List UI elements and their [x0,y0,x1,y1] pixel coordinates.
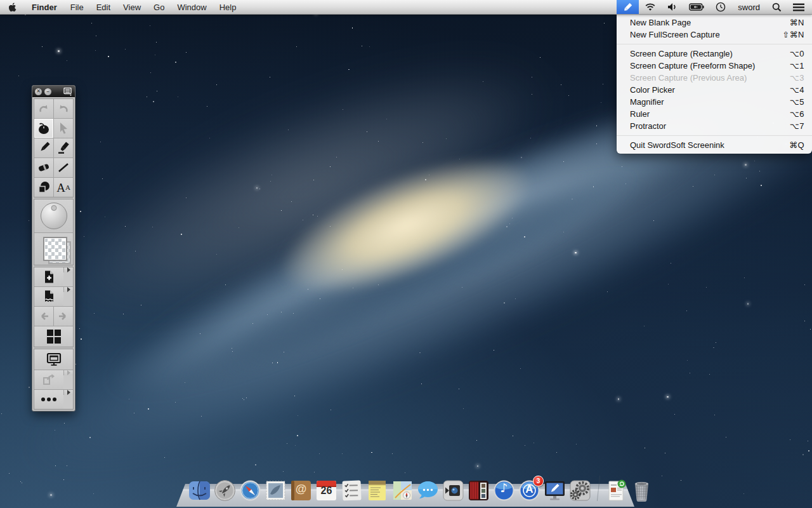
dock-safari[interactable] [239,479,262,502]
back-page-button[interactable] [34,307,53,326]
trash-icon [630,479,653,502]
dock-contacts[interactable]: @ [289,479,313,502]
menu-item-new-fullscreen-capture[interactable]: New FullScreen Capture ⇧⌘N [617,29,812,41]
dock-finder[interactable] [188,479,211,502]
dock-notes[interactable] [365,479,389,502]
dock-separator [594,474,603,502]
menu-item-protractor[interactable]: Protractor ⌥7 [617,120,812,132]
clock-status-item[interactable] [710,0,731,14]
new-page-button[interactable] [34,267,63,286]
dock-maps[interactable] [391,479,414,502]
new-page-flyout[interactable] [63,267,73,272]
volume-icon [667,3,678,11]
palette-titlebar[interactable]: ✕ – [32,86,75,97]
screenink-dropdown-menu: New Blank Page ⌘N New FullScreen Capture… [617,14,812,154]
undo-icon [37,104,50,114]
menu-item-color-picker[interactable]: Color Picker ⌥4 [617,84,812,96]
menubar-help[interactable]: Help [213,0,243,14]
more-tools-button[interactable] [34,390,63,409]
menubar-app-finder[interactable]: Finder [25,0,64,14]
menu-separator [617,135,812,136]
dock-trash[interactable] [630,479,653,502]
forward-page-button[interactable] [53,307,73,326]
dock-itunes[interactable]: ♪ [492,479,516,502]
menu-item-ruler[interactable]: Ruler ⌥6 [617,108,812,120]
palette-screen-group [34,349,74,410]
volume-status-item[interactable] [662,0,683,14]
share-button[interactable] [34,370,63,389]
messages-icon [416,479,440,502]
screenink-status-item[interactable] [617,0,639,14]
dock-mail[interactable] [264,479,287,502]
text-tool-button[interactable]: AA [53,178,73,197]
flyout-triangle-icon [67,267,70,272]
more-tools-flyout[interactable] [63,390,73,395]
flyout-triangle-icon [67,390,70,395]
user-menu[interactable]: sword [731,0,766,14]
pattern-swatch-cell[interactable] [34,232,73,265]
screen-mode-button[interactable] [34,349,73,370]
battery-status-item[interactable] [683,0,710,14]
flyout-triangle-icon [67,370,70,375]
eraser-tool-button[interactable] [34,158,53,177]
redo-icon [57,104,70,114]
dock-photo-booth[interactable] [467,479,490,502]
mouse-tool-button[interactable] [34,119,53,138]
battery-icon [689,3,704,11]
share-icon [42,373,56,386]
share-flyout [63,370,73,375]
marker-tool-button[interactable] [53,138,73,157]
line-tool-button[interactable] [53,158,73,177]
undo-button[interactable] [34,99,53,118]
menubar-go[interactable]: Go [147,0,171,14]
notes-icon [365,479,389,502]
menu-item-magnifier[interactable]: Magnifier ⌥5 [617,96,812,108]
menu-item-screen-capture-freeform[interactable]: Screen Capture (Freeform Shape) ⌥1 [617,60,812,72]
dock-screenink[interactable] [543,479,566,502]
menu-item-screen-capture-rectangle[interactable]: Screen Capture (Rectangle) ⌥0 [617,48,812,60]
dock-messages[interactable] [416,479,440,502]
pointer-arrow-icon [58,122,69,135]
apple-icon [9,3,17,12]
list-menu-icon [63,88,72,96]
screenink-tool-palette: ✕ – [32,85,75,411]
calendar-day-number: 26 [315,485,338,497]
notification-center-item[interactable] [787,0,812,14]
menu-item-quit-screenink[interactable]: Quit SwordSoft Screenink ⌘Q [617,139,812,151]
palette-menu-button[interactable] [63,88,72,96]
spotlight-item[interactable] [766,0,787,14]
wifi-status-item[interactable] [639,0,662,14]
menubar-window[interactable]: Window [171,0,213,14]
system-preferences-icon [568,479,592,502]
pages-grid-button[interactable] [34,326,73,347]
palette-minimize-button[interactable]: – [44,88,51,95]
dock-calendar[interactable]: 26 [315,479,338,502]
dock-app-store[interactable]: A 3 [518,479,541,502]
app-store-badge: 3 [533,476,544,486]
color-knob-cell[interactable] [34,199,73,232]
photo-booth-icon [467,479,490,502]
pointer-tool-button[interactable] [53,119,73,138]
dock-launchpad[interactable] [213,479,237,502]
menubar-edit[interactable]: Edit [90,0,117,14]
dock-reminders[interactable] [340,479,363,502]
tear-page-flyout[interactable] [63,287,73,292]
menu-item-new-blank-page[interactable]: New Blank Page ⌘N [617,17,812,29]
redo-button[interactable] [53,99,73,118]
contacts-at-glyph: @ [289,483,313,496]
color-knob-icon[interactable] [41,203,67,229]
palette-pages-group [34,267,74,347]
menubar-file[interactable]: File [64,0,90,14]
tear-page-icon [43,290,55,304]
palette-close-button[interactable]: ✕ [35,88,42,95]
dock-facetime[interactable] [442,479,465,502]
tear-page-button[interactable] [34,287,63,306]
shapes-tool-button[interactable] [34,178,53,197]
dock-document-stack[interactable] [605,479,628,502]
facetime-icon [442,479,465,502]
apple-menu[interactable] [0,0,25,14]
menubar-view[interactable]: View [117,0,147,14]
dock-system-preferences[interactable] [568,479,592,502]
palette-tools-group: AA [34,98,74,197]
pencil-tool-button[interactable] [34,138,53,157]
